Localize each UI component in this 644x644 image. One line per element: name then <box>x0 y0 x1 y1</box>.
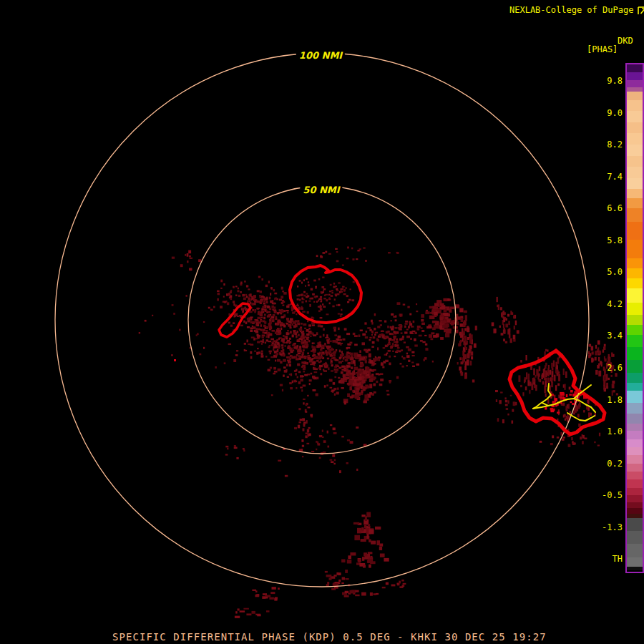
colorbar-band <box>627 64 643 72</box>
colorbar-band <box>627 189 643 198</box>
colorbar-band <box>627 335 643 347</box>
colorbar-tick: 8.2 <box>585 140 623 150</box>
colorbar-tick-labels: 9.89.08.27.46.65.85.04.23.42.61.81.00.2-… <box>585 0 623 644</box>
colorbar-band <box>627 315 643 325</box>
colorbar-band <box>627 72 643 80</box>
colorbar-band <box>627 167 643 178</box>
colorbar-band <box>627 502 643 509</box>
range-ring-label: 100 NMI <box>296 50 345 61</box>
colorbar-tick: -1.3 <box>585 522 623 532</box>
radar-display <box>0 0 644 644</box>
colorbar-band <box>627 531 643 544</box>
colorbar-band <box>627 479 643 487</box>
colorbar-band <box>627 258 643 268</box>
colorbar-band <box>627 111 643 122</box>
colorbar-tick: 6.6 <box>585 203 623 213</box>
colorbar-band <box>627 472 643 479</box>
colorbar-band <box>627 145 643 156</box>
colorbar-tick: -0.5 <box>585 490 623 500</box>
colorbar-band <box>627 222 643 240</box>
colorbar-tick: 7.4 <box>585 172 623 182</box>
colorbar-band <box>627 488 643 496</box>
arrow-box-icon <box>637 5 644 16</box>
colorbar-band <box>627 567 643 571</box>
colorbar-band <box>627 178 643 190</box>
colorbar-band <box>627 373 643 383</box>
colorbar-band <box>627 391 643 403</box>
product-caption: SPECIFIC DIFFERENTIAL PHASE (KDP) 0.5 DE… <box>112 631 547 643</box>
range-rings <box>55 53 589 587</box>
colorbar-band <box>627 431 643 439</box>
colorbar-band <box>627 80 643 87</box>
colorbar-tick: 9.8 <box>585 76 623 86</box>
colorbar-band <box>627 508 643 514</box>
colorbar-band <box>627 495 643 502</box>
brand-header: NEXLAB-College of DuPage <box>509 5 644 16</box>
colorbar-tick: 0.2 <box>585 459 623 469</box>
colorbar-band <box>627 414 643 424</box>
colorbar-tick: 1.8 <box>585 395 623 405</box>
colorbar-band <box>627 455 643 463</box>
colorbar-band <box>627 288 643 303</box>
colorbar-tick: TH <box>585 554 623 564</box>
colorbar-band <box>627 122 643 134</box>
colorbar-band <box>627 92 643 99</box>
colorbar-band <box>627 383 643 391</box>
colorbar-band <box>627 240 643 258</box>
colorbar-band <box>627 557 643 567</box>
range-ring-label: 50 NMI <box>300 185 342 195</box>
colorbar-band <box>627 303 643 315</box>
colorbar <box>625 63 644 573</box>
colorbar-band <box>627 544 643 557</box>
colorbar-band <box>627 464 643 472</box>
colorbar-band <box>627 198 643 208</box>
colorbar-band <box>627 268 643 278</box>
colorbar-band <box>627 208 643 221</box>
colorbar-band <box>627 439 643 447</box>
colorbar-band <box>627 447 643 455</box>
colorbar-tick: 9.0 <box>585 108 623 118</box>
colorbar-tick: 4.2 <box>585 299 623 309</box>
colorbar-band <box>627 133 643 145</box>
colorbar-band <box>627 403 643 413</box>
colorbar-tick: 5.8 <box>585 235 623 245</box>
colorbar-band <box>627 424 643 431</box>
colorbar-tick: 5.0 <box>585 267 623 277</box>
colorbar-band <box>627 518 643 531</box>
colorbar-band <box>627 347 643 360</box>
colorbar-band <box>627 360 643 373</box>
colorbar-band <box>627 278 643 288</box>
colorbar-band <box>627 100 643 112</box>
colorbar-tick: 2.6 <box>585 363 623 373</box>
colorbar-tick: 1.0 <box>585 426 623 436</box>
colorbar-band <box>627 325 643 335</box>
colorbar-band <box>627 156 643 167</box>
radar-viewer: 100 NMI50 NMI NEXLAB-College of DuPage D… <box>0 0 644 644</box>
colorbar-tick: 3.4 <box>585 331 623 341</box>
